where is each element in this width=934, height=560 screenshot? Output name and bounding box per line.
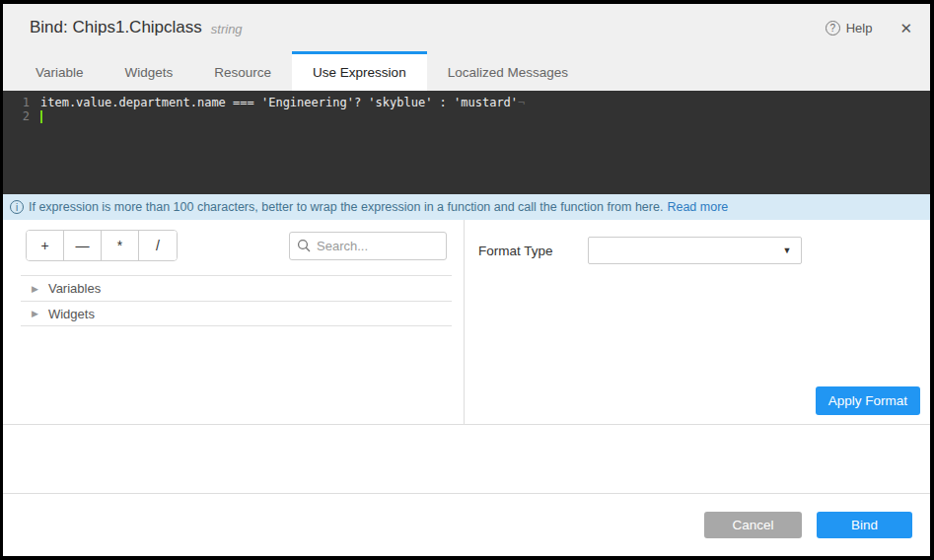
preview-area: [3, 425, 930, 494]
close-icon[interactable]: ✕: [899, 21, 912, 35]
text-cursor: [40, 110, 42, 123]
line-number: 1: [3, 96, 40, 109]
info-icon: i: [10, 200, 24, 214]
info-message: If expression is more than 100 character…: [29, 200, 663, 214]
operator-toolbar: + — * /: [3, 230, 464, 261]
expression-code-editor[interactable]: 1 item.value.department.name === 'Engine…: [3, 91, 930, 194]
info-banner: i If expression is more than 100 charact…: [3, 194, 930, 220]
tree-item-widgets[interactable]: ▶ Widgets: [21, 301, 452, 326]
bind-source-tree: ▶ Variables ▶ Widgets: [21, 275, 452, 326]
chevron-right-icon: ▶: [32, 284, 38, 294]
format-type-label: Format Type: [478, 244, 553, 258]
help-icon: ?: [826, 21, 840, 35]
tab-variable[interactable]: Variable: [15, 51, 105, 91]
tab-widgets[interactable]: Widgets: [105, 51, 194, 91]
empty-line: [40, 109, 42, 123]
search-input[interactable]: [289, 232, 447, 260]
cancel-button[interactable]: Cancel: [704, 512, 802, 538]
dialog-header: Bind: Chips1.Chipclass string ? Help ✕: [3, 4, 930, 51]
code-line: 1 item.value.department.name === 'Engine…: [3, 96, 930, 109]
tree-item-label: Widgets: [48, 307, 95, 321]
minus-operator-button[interactable]: —: [64, 231, 102, 260]
expression-helpers-panel: + — * / ▶ Variables: [3, 220, 465, 424]
dialog-subtitle-type: string: [211, 22, 243, 36]
bind-dialog: Bind: Chips1.Chipclass string ? Help ✕ V…: [0, 0, 934, 560]
help-label: Help: [846, 21, 873, 35]
tab-use-expression[interactable]: Use Expression: [292, 51, 427, 91]
tree-item-label: Variables: [48, 281, 101, 296]
dropdown-arrow-icon: ▼: [783, 245, 792, 255]
expression-text: item.value.department.name === 'Engineer…: [40, 96, 525, 109]
tab-resource[interactable]: Resource: [193, 51, 292, 91]
read-more-link[interactable]: Read more: [667, 200, 728, 214]
format-panel: Format Type ▼ Apply Format: [465, 220, 930, 424]
search-icon: [297, 239, 311, 252]
bind-button[interactable]: Bind: [817, 512, 912, 538]
main-section: + — * / ▶ Variables: [3, 220, 930, 425]
tab-localized-messages[interactable]: Localized Messages: [427, 51, 589, 91]
divide-operator-button[interactable]: /: [139, 231, 177, 260]
line-number: 2: [3, 109, 40, 123]
format-type-select[interactable]: ▼: [588, 237, 802, 264]
chevron-right-icon: ▶: [32, 309, 38, 318]
code-line: 2: [3, 109, 930, 123]
help-button[interactable]: ? Help: [826, 21, 873, 35]
search-box: [289, 232, 447, 260]
dialog-footer: Cancel Bind: [3, 494, 930, 556]
format-type-row: Format Type ▼: [478, 237, 920, 264]
operator-button-group: + — * /: [26, 230, 178, 261]
apply-format-button[interactable]: Apply Format: [816, 386, 920, 415]
multiply-operator-button[interactable]: *: [102, 231, 139, 260]
plus-operator-button[interactable]: +: [27, 231, 64, 260]
dialog-title: Bind: Chips1.Chipclass: [30, 18, 202, 37]
tree-item-variables[interactable]: ▶ Variables: [21, 275, 452, 301]
eol-marker: ¬: [518, 96, 525, 109]
tab-bar: Variable Widgets Resource Use Expression…: [3, 51, 930, 91]
